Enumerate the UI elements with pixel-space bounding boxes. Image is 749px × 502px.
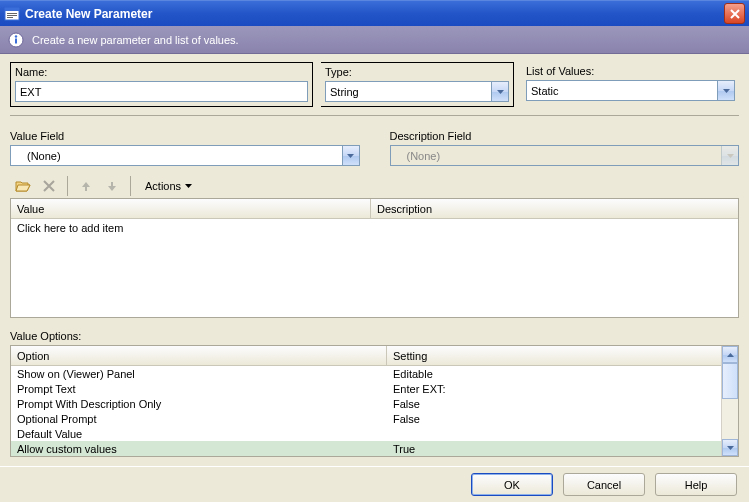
svg-rect-2 <box>7 13 17 14</box>
options-header: Option Setting <box>11 346 721 366</box>
lov-select[interactable]: Static <box>526 80 735 101</box>
info-text: Create a new parameter and list of value… <box>32 34 239 46</box>
add-item-row[interactable]: Click here to add item <box>11 219 738 236</box>
actions-label: Actions <box>145 180 181 192</box>
move-down-button <box>101 175 123 197</box>
folder-open-icon <box>15 178 31 194</box>
option-setting: True <box>387 443 721 455</box>
title-bar: Create New Parameter <box>0 0 749 26</box>
scroll-thumb[interactable] <box>722 363 738 399</box>
ok-button[interactable]: OK <box>471 473 553 496</box>
option-name: Prompt Text <box>11 381 387 396</box>
chevron-down-icon <box>185 184 192 188</box>
type-value: String <box>330 86 359 98</box>
name-group: Name: <box>10 62 313 107</box>
list-header: Value Description <box>11 199 738 219</box>
toolbar: Actions <box>10 174 739 198</box>
close-icon <box>730 9 740 19</box>
desc-field-dropdown-button <box>721 146 738 165</box>
delete-button <box>38 175 60 197</box>
open-folder-button[interactable] <box>12 175 34 197</box>
option-row[interactable]: Show on (Viewer) PanelEditable <box>11 366 721 381</box>
option-row[interactable]: Prompt With Description OnlyFalse <box>11 396 721 411</box>
info-bar: Create a new parameter and list of value… <box>0 26 749 54</box>
option-row[interactable]: Default Value <box>11 426 721 441</box>
arrow-up-icon <box>80 180 92 192</box>
svg-rect-8 <box>15 38 17 43</box>
cancel-button[interactable]: Cancel <box>563 473 645 496</box>
delete-x-icon <box>42 179 56 193</box>
svg-rect-1 <box>5 8 19 11</box>
option-setting: False <box>387 398 721 410</box>
chevron-down-icon <box>727 154 734 158</box>
scroll-up-button[interactable] <box>722 346 738 363</box>
chevron-down-icon <box>727 446 734 450</box>
dialog-footer: OK Cancel Help <box>0 466 749 502</box>
values-list-table: Value Description Click here to add item <box>10 198 739 318</box>
app-icon <box>4 6 20 22</box>
svg-rect-4 <box>7 17 13 18</box>
option-setting: Editable <box>387 368 721 380</box>
lov-group: List of Values: Static <box>522 62 739 107</box>
option-row[interactable]: Allow custom valuesTrue <box>11 441 721 456</box>
toolbar-separator <box>130 176 131 196</box>
value-field-label: Value Field <box>10 130 360 142</box>
type-group: Type: String <box>321 62 514 107</box>
col-description-header[interactable]: Description <box>371 203 738 215</box>
option-setting: False <box>387 413 721 425</box>
window-title: Create New Parameter <box>25 7 152 21</box>
lov-value: Static <box>531 85 559 97</box>
option-name: Default Value <box>11 426 387 441</box>
desc-field-select: (None) <box>390 145 740 166</box>
name-input[interactable] <box>15 81 308 102</box>
move-up-button <box>75 175 97 197</box>
help-button[interactable]: Help <box>655 473 737 496</box>
arrow-down-icon <box>106 180 118 192</box>
svg-rect-3 <box>7 15 17 16</box>
scroll-down-button[interactable] <box>722 439 738 456</box>
lov-label: List of Values: <box>526 65 735 77</box>
close-button[interactable] <box>724 3 745 24</box>
option-name: Allow custom values <box>11 441 387 456</box>
chevron-down-icon <box>497 90 504 94</box>
type-select[interactable]: String <box>325 81 509 102</box>
options-scrollbar[interactable] <box>721 346 738 456</box>
option-row[interactable]: Prompt TextEnter EXT: <box>11 381 721 396</box>
actions-menu-button[interactable]: Actions <box>138 175 199 197</box>
col-setting-header[interactable]: Setting <box>387 350 721 362</box>
option-row[interactable]: Optional PromptFalse <box>11 411 721 426</box>
value-options-label: Value Options: <box>10 330 739 342</box>
chevron-down-icon <box>347 154 354 158</box>
desc-field-value: (None) <box>407 150 441 162</box>
add-item-placeholder: Click here to add item <box>11 219 371 236</box>
toolbar-separator <box>67 176 68 196</box>
type-label: Type: <box>325 66 509 78</box>
name-label: Name: <box>15 66 308 78</box>
type-dropdown-button[interactable] <box>491 82 508 101</box>
info-icon <box>8 32 24 48</box>
options-table: Option Setting Show on (Viewer) PanelEdi… <box>10 345 739 457</box>
option-name: Optional Prompt <box>11 411 387 426</box>
col-option-header[interactable]: Option <box>11 346 387 365</box>
option-name: Prompt With Description Only <box>11 396 387 411</box>
value-field-value: (None) <box>27 150 61 162</box>
col-value-header[interactable]: Value <box>11 199 371 218</box>
option-setting: Enter EXT: <box>387 383 721 395</box>
option-name: Show on (Viewer) Panel <box>11 366 387 381</box>
separator <box>10 115 739 116</box>
value-field-dropdown-button[interactable] <box>342 146 359 165</box>
lov-dropdown-button[interactable] <box>717 81 734 100</box>
chevron-down-icon <box>723 89 730 93</box>
desc-field-label: Description Field <box>390 130 740 142</box>
chevron-up-icon <box>727 353 734 357</box>
value-field-select[interactable]: (None) <box>10 145 360 166</box>
svg-point-7 <box>15 35 17 37</box>
